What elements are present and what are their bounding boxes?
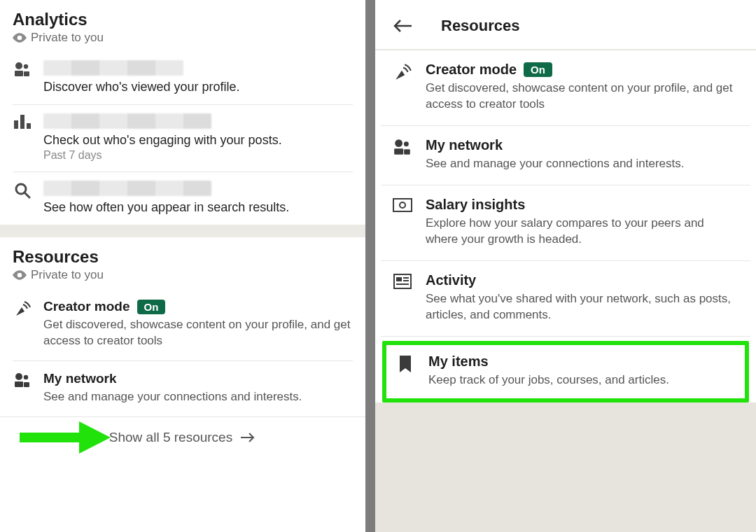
resource-title: My items — [428, 354, 489, 370]
resource-desc: Keep track of your jobs, courses, and ar… — [428, 372, 736, 388]
analytics-item-sub: Past 7 days — [43, 149, 353, 162]
svg-point-22 — [400, 202, 405, 208]
svg-rect-11 — [15, 382, 23, 387]
resource-item-my-items[interactable]: My items Keep track of your jobs, course… — [386, 345, 745, 398]
newspaper-icon — [392, 272, 413, 289]
resource-item-activity[interactable]: Activity See what you've shared with you… — [381, 261, 750, 337]
annotation-arrow-icon — [20, 421, 111, 454]
arrow-right-icon — [241, 432, 256, 443]
resource-item-salary-insights[interactable]: Salary insights Explore how your salary … — [381, 186, 750, 261]
empty-area — [375, 402, 756, 533]
resource-title: Salary insights — [426, 197, 525, 213]
resource-item-my-network[interactable]: My network See and manage your connectio… — [13, 361, 353, 416]
right-pane: Resources Creator mode On Get discovered… — [375, 0, 756, 532]
resource-title: Activity — [426, 272, 476, 288]
svg-rect-21 — [393, 199, 412, 211]
resource-desc: See what you've shared with your network… — [426, 291, 739, 323]
money-icon — [392, 197, 413, 212]
creator-mode-badge: On — [524, 62, 552, 77]
svg-rect-19 — [394, 148, 403, 155]
resource-title: My network — [426, 137, 503, 153]
svg-rect-20 — [404, 149, 410, 155]
resource-item-creator-mode[interactable]: Creator mode On Get discovered, showcase… — [13, 289, 353, 361]
svg-rect-3 — [24, 71, 29, 76]
satellite-icon — [392, 62, 413, 83]
resource-desc: See and manage your connections and inte… — [426, 156, 739, 172]
svg-rect-12 — [24, 382, 29, 387]
svg-point-1 — [24, 64, 28, 69]
svg-rect-24 — [396, 277, 402, 281]
analytics-item-desc: See how often you appear in search resul… — [43, 200, 353, 215]
svg-point-18 — [404, 141, 409, 146]
right-header: Resources — [375, 0, 756, 50]
svg-line-8 — [24, 192, 29, 197]
svg-rect-2 — [15, 71, 23, 76]
svg-rect-6 — [27, 123, 31, 129]
show-all-resources-button[interactable]: Show all 5 resources — [0, 416, 365, 458]
resource-title: My network — [43, 371, 117, 386]
eye-icon — [13, 33, 27, 43]
resources-privacy: Private to you — [13, 268, 353, 282]
analytics-privacy: Private to you — [13, 31, 353, 45]
bookmark-icon — [395, 354, 416, 373]
redacted-value — [43, 181, 211, 196]
resources-section: Resources Private to you Creator mode On… — [0, 237, 365, 416]
resource-desc: See and manage your connections and inte… — [43, 389, 353, 405]
analytics-section: Analytics Private to you Discover who's … — [0, 0, 365, 225]
creator-mode-badge: On — [137, 300, 166, 314]
analytics-item-search-appearances[interactable]: See how often you appear in search resul… — [13, 172, 353, 225]
bar-chart-icon — [13, 113, 32, 129]
resource-desc: Get discovered, showcase content on your… — [426, 80, 739, 113]
analytics-item-profile-views[interactable]: Discover who's viewed your profile. — [13, 52, 353, 105]
resource-desc: Explore how your salary compares to your… — [426, 216, 739, 248]
svg-rect-5 — [20, 115, 24, 129]
svg-rect-13 — [20, 433, 83, 442]
search-icon — [13, 181, 32, 199]
svg-marker-14 — [79, 421, 111, 454]
svg-rect-4 — [14, 120, 18, 129]
satellite-icon — [13, 299, 32, 318]
back-button[interactable] — [392, 18, 413, 34]
show-all-label: Show all 5 resources — [109, 430, 232, 445]
people-icon — [392, 137, 413, 155]
resources-title: Resources — [13, 247, 353, 267]
resources-privacy-text: Private to you — [31, 268, 104, 282]
left-pane: Analytics Private to you Discover who's … — [0, 0, 375, 532]
svg-point-0 — [15, 62, 22, 69]
eye-icon — [13, 270, 27, 280]
svg-point-10 — [24, 375, 28, 379]
analytics-item-desc: Check out who's engaging with your posts… — [43, 133, 353, 148]
analytics-item-desc: Discover who's viewed your profile. — [43, 80, 353, 94]
annotation-highlight: My items Keep track of your jobs, course… — [382, 341, 749, 402]
redacted-value — [43, 60, 183, 76]
analytics-title: Analytics — [13, 10, 353, 29]
right-resources-list: Creator mode On Get discovered, showcase… — [375, 50, 756, 402]
resource-item-creator-mode[interactable]: Creator mode On Get discovered, showcase… — [381, 50, 750, 126]
resource-title: Creator mode — [426, 62, 517, 78]
redacted-value — [43, 113, 211, 129]
resource-item-my-network[interactable]: My network See and manage your connectio… — [381, 126, 750, 186]
svg-point-17 — [395, 139, 402, 147]
resource-title: Creator mode — [43, 299, 130, 314]
section-divider — [0, 225, 365, 237]
analytics-item-post-impressions[interactable]: Check out who's engaging with your posts… — [13, 105, 353, 172]
analytics-privacy-text: Private to you — [31, 31, 104, 45]
svg-point-9 — [15, 373, 22, 380]
right-title: Resources — [441, 17, 520, 35]
people-icon — [13, 60, 32, 77]
resource-desc: Get discovered, showcase content on your… — [43, 317, 353, 349]
people-icon — [13, 371, 32, 388]
